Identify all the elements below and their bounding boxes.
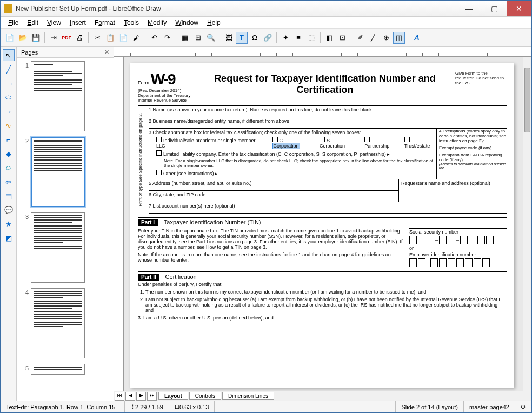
close-panel-icon[interactable]: ✕	[104, 49, 109, 56]
status-edit-mode: TextEdit: Paragraph 1, Row 1, Column 15	[1, 401, 125, 412]
new-icon[interactable]: 📄	[4, 32, 16, 44]
first-page-icon[interactable]: ⏮	[115, 392, 124, 401]
line-2: 2 Business name/disregarded entity name,…	[149, 117, 507, 129]
export-icon[interactable]: ⇥	[48, 32, 59, 44]
checkbox-individual[interactable]	[156, 137, 162, 142]
pdf-icon[interactable]: PDF	[61, 32, 72, 44]
select-tool-icon[interactable]: ↖	[3, 49, 15, 61]
connector-tool-icon[interactable]: ⌐	[3, 134, 15, 145]
checkbox-scorp[interactable]	[320, 137, 325, 142]
flowchart-icon[interactable]: ▤	[3, 190, 15, 202]
fatca-note: (Applies to accounts maintained outside …	[439, 162, 507, 170]
page-thumb-3[interactable]: 3	[20, 212, 110, 283]
checkbox-partnership[interactable]	[364, 137, 370, 142]
menu-tools[interactable]: Tools	[121, 18, 142, 28]
last-page-icon[interactable]: ⏭	[147, 392, 157, 401]
cut-icon[interactable]: ✂	[91, 32, 103, 44]
next-page-icon[interactable]: ▶	[136, 392, 146, 401]
image-icon[interactable]: 🖼	[223, 32, 235, 44]
ein-label: Employer identification number	[409, 251, 507, 257]
page-thumb-1[interactable]: 1	[20, 61, 110, 131]
open-icon[interactable]: 📂	[17, 32, 29, 44]
menu-view[interactable]: View	[44, 18, 64, 28]
line-3: 3 Check appropriate box for federal tax …	[149, 130, 436, 135]
page-thumb-2[interactable]: 2	[20, 137, 110, 207]
menu-file[interactable]: File	[5, 18, 22, 28]
requester-box: Requester's name and address (optional)	[398, 179, 507, 202]
gluepoints-icon[interactable]: ⊕	[380, 32, 392, 44]
checkbox-ccorp[interactable]	[272, 137, 278, 142]
edit-points-icon[interactable]: ✐	[354, 32, 366, 44]
ellipse-tool-icon[interactable]: ⬭	[3, 91, 15, 103]
star-icon[interactable]: ★	[3, 218, 15, 230]
minimize-button[interactable]: —	[457, 1, 482, 16]
close-button[interactable]: ✕	[507, 1, 531, 16]
paste-icon[interactable]: 📄	[117, 32, 129, 44]
menu-window[interactable]: Window	[172, 18, 202, 28]
line-tool-icon[interactable]: ╱	[3, 63, 15, 75]
tab-layout[interactable]: Layout	[158, 392, 188, 400]
fontwork-icon[interactable]: ✦	[280, 32, 291, 44]
menu-modify[interactable]: Modify	[144, 18, 170, 28]
part1-bar: Part I	[138, 219, 158, 226]
arrow-tool-icon[interactable]: →	[3, 105, 15, 117]
print-icon[interactable]: 🖨	[74, 32, 85, 44]
special-char-icon[interactable]: Ω	[249, 32, 261, 44]
ssn-input[interactable]: – –	[409, 236, 507, 244]
tab-dimension[interactable]: Dimension Lines	[222, 392, 274, 400]
zoom-icon[interactable]: 🔍	[205, 32, 217, 44]
arrange-icon[interactable]: ⬚	[305, 32, 317, 44]
ssn-label: Social security number	[409, 228, 507, 235]
curve-tool-icon[interactable]: ∿	[3, 119, 15, 131]
save-icon[interactable]: 💾	[30, 32, 42, 44]
form-rev: (Rev. December 2014)	[138, 88, 195, 93]
checkbox-trust[interactable]	[404, 137, 410, 142]
basic-shapes-icon[interactable]: ◆	[3, 148, 15, 159]
fontwork-gallery-icon[interactable]: A	[411, 32, 423, 44]
grid-icon[interactable]: ▦	[179, 32, 191, 44]
menu-help[interactable]: Help	[204, 18, 224, 28]
line-icon[interactable]: ╱	[367, 32, 379, 44]
3d-icon[interactable]: ◩	[3, 232, 15, 244]
canvas-scroll[interactable]: Form W-9 (Rev. December 2014) Department…	[124, 57, 523, 391]
menubar: File Edit View Insert Format Tools Modif…	[1, 17, 531, 29]
extrusion-icon[interactable]: ◫	[393, 32, 405, 44]
menu-edit[interactable]: Edit	[24, 18, 42, 28]
document-page[interactable]: Form W-9 (Rev. December 2014) Department…	[130, 63, 514, 388]
selected-text[interactable]: Corporation	[272, 143, 300, 149]
ein-input[interactable]: –	[409, 258, 507, 267]
status-slide: Slide 2 of 14 (Layout)	[396, 401, 464, 412]
form-number: W-9	[151, 71, 175, 88]
menu-insert[interactable]: Insert	[66, 18, 89, 28]
checkbox-llc[interactable]	[156, 150, 162, 156]
copy-icon[interactable]: 📋	[104, 32, 116, 44]
crop-icon[interactable]: ⊡	[336, 32, 348, 44]
shadow-icon[interactable]: ◧	[323, 32, 335, 44]
zoom-fit-icon[interactable]: ⊕	[515, 401, 531, 412]
checkbox-other[interactable]	[156, 170, 162, 175]
clone-icon[interactable]: 🖌	[130, 32, 142, 44]
maximize-button[interactable]: ▢	[482, 1, 507, 16]
redo-icon[interactable]: ↷	[161, 32, 173, 44]
block-arrows-icon[interactable]: ⇦	[3, 176, 15, 188]
rect-tool-icon[interactable]: ▭	[3, 77, 15, 89]
callout-icon[interactable]: 💬	[3, 204, 15, 216]
status-size: ⊡ 0.63 x 0.13	[169, 401, 215, 412]
menu-format[interactable]: Format	[91, 18, 118, 28]
cert-3: I am a U.S. citizen or other U.S. person…	[143, 315, 274, 321]
or-label: or	[409, 245, 507, 251]
prev-page-icon[interactable]: ◀	[125, 392, 135, 401]
hyperlink-icon[interactable]: 🔗	[262, 32, 274, 44]
page-thumb-5[interactable]: 5	[20, 364, 110, 375]
vertical-scrollbar[interactable]	[523, 57, 531, 391]
line-6: 6 City, state, and ZIP code	[149, 191, 398, 202]
page-thumb-4[interactable]: 4	[20, 288, 110, 358]
pages-list[interactable]: 1 2	[17, 58, 114, 401]
guides-icon[interactable]: ⊞	[192, 32, 204, 44]
align-icon[interactable]: ≡	[292, 32, 304, 44]
tab-controls[interactable]: Controls	[189, 392, 221, 400]
line-1: 1 Name (as shown on your income tax retu…	[149, 106, 507, 117]
symbol-shapes-icon[interactable]: ☺	[3, 162, 15, 174]
undo-icon[interactable]: ↶	[148, 32, 160, 44]
textbox-icon[interactable]: T	[236, 32, 248, 44]
